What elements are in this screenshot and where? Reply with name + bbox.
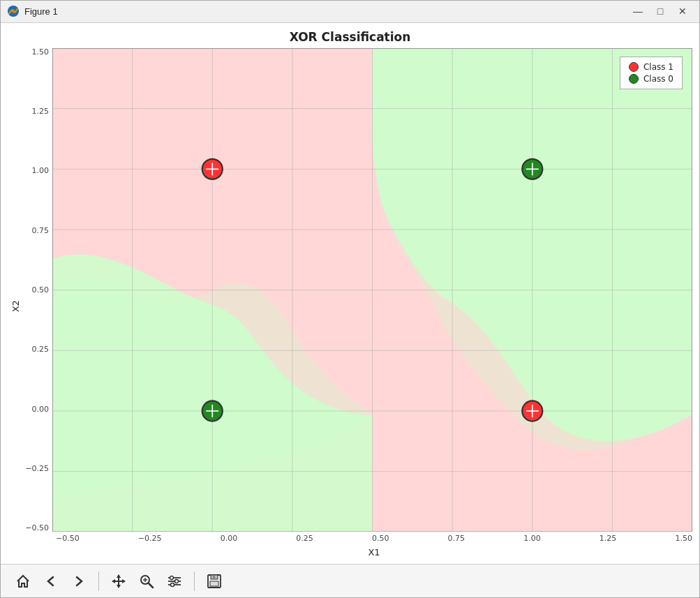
close-button[interactable]: ✕ xyxy=(671,1,694,21)
chart-inner: 1.50 1.25 1.00 0.75 0.50 0.25 0.00 −0.25… xyxy=(23,48,692,564)
xticks: −0.50 −0.25 0.00 0.25 0.50 0.75 1.00 1.2… xyxy=(56,532,692,547)
legend-label-class1: Class 1 xyxy=(643,62,673,72)
xtick: 1.50 xyxy=(675,534,692,547)
svg-rect-51 xyxy=(213,576,215,578)
legend-dot-class0 xyxy=(629,74,639,84)
ytick: 0.75 xyxy=(32,227,50,234)
window-title: Figure 1 xyxy=(24,6,627,17)
chart-title: XOR Classification xyxy=(8,30,692,44)
home-button[interactable] xyxy=(10,569,36,594)
svg-rect-50 xyxy=(210,581,218,586)
main-window: Figure 1 — □ ✕ XOR Classification X2 1.5… xyxy=(0,0,700,598)
xtick: 1.25 xyxy=(600,534,617,547)
ytick: 0.00 xyxy=(32,405,50,413)
svg-marker-35 xyxy=(117,585,121,588)
x-axis-label: X1 xyxy=(56,547,692,564)
save-button[interactable] xyxy=(202,569,227,594)
svg-point-47 xyxy=(171,583,174,586)
y-axis-label: X2 xyxy=(8,48,23,564)
svg-line-39 xyxy=(149,583,153,588)
toolbar-separator-1 xyxy=(98,571,99,591)
legend-item-class1: Class 1 xyxy=(629,62,673,72)
yticks: 1.50 1.25 1.00 0.75 0.50 0.25 0.00 −0.25… xyxy=(23,48,52,532)
ytick: 1.50 xyxy=(32,48,50,56)
xtick: 0.25 xyxy=(296,534,313,547)
xtick: −0.50 xyxy=(56,534,80,547)
svg-point-45 xyxy=(170,576,174,579)
back-button[interactable] xyxy=(38,569,64,594)
legend-label-class0: Class 0 xyxy=(643,74,673,84)
plot-area[interactable]: Class 1 Class 0 xyxy=(52,48,692,532)
plot-and-yticks: 1.50 1.25 1.00 0.75 0.50 0.25 0.00 −0.25… xyxy=(23,48,692,532)
xtick: 0.00 xyxy=(221,534,238,547)
ytick: 1.00 xyxy=(32,167,50,174)
configure-button[interactable] xyxy=(162,569,187,594)
titlebar: Figure 1 — □ ✕ xyxy=(1,1,699,23)
toolbar xyxy=(1,564,699,597)
xtick: −0.25 xyxy=(138,534,162,547)
svg-marker-37 xyxy=(122,579,126,583)
maximize-button[interactable]: □ xyxy=(649,1,671,21)
ytick: 1.25 xyxy=(32,107,50,115)
svg-point-1 xyxy=(11,9,15,13)
svg-marker-34 xyxy=(117,574,121,578)
legend-item-class0: Class 0 xyxy=(629,74,673,84)
toolbar-separator-2 xyxy=(194,571,195,591)
plot-svg xyxy=(52,48,692,532)
xtick: 0.50 xyxy=(372,534,389,547)
legend-dot-class1 xyxy=(629,62,639,72)
ytick: −0.50 xyxy=(25,524,49,532)
zoom-button[interactable] xyxy=(134,569,159,594)
legend: Class 1 Class 0 xyxy=(620,57,683,89)
ytick: −0.25 xyxy=(25,465,49,472)
svg-point-46 xyxy=(175,579,179,583)
minimize-button[interactable]: — xyxy=(627,1,649,21)
xtick: 0.75 xyxy=(448,534,466,547)
pan-button[interactable] xyxy=(106,569,131,594)
chart-area: XOR Classification X2 1.50 1.25 1.00 0.7… xyxy=(1,23,699,564)
chart-container: X2 1.50 1.25 1.00 0.75 0.50 0.25 0.00 −0… xyxy=(8,48,692,564)
app-icon xyxy=(6,4,20,18)
svg-marker-36 xyxy=(112,579,115,583)
forward-button[interactable] xyxy=(66,569,91,594)
ytick: 0.50 xyxy=(32,286,50,294)
xtick: 1.00 xyxy=(523,534,541,547)
ytick: 0.25 xyxy=(32,345,50,353)
